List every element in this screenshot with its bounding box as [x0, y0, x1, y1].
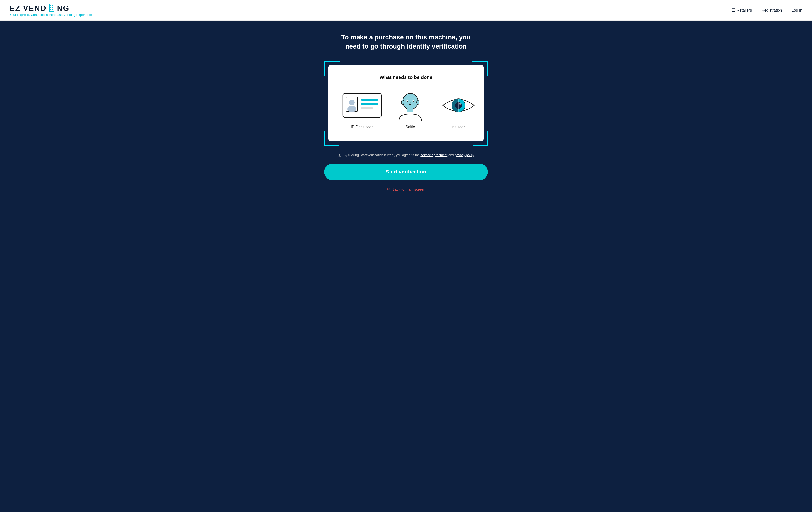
- svg-rect-11: [361, 99, 378, 100]
- logo-building-icon: [47, 4, 57, 12]
- nav: ☰ Retailers Registration Log In: [731, 8, 802, 13]
- step-id-label: ID Docs scan: [351, 125, 374, 129]
- page-title: To make a purchase on this machine, you …: [334, 33, 478, 51]
- verification-card: What needs to be done: [328, 65, 484, 141]
- step-iris: Iris scan: [437, 90, 480, 129]
- main-content: To make a purchase on this machine, you …: [0, 21, 812, 512]
- svg-point-20: [401, 100, 404, 105]
- agreement-text: By clicking Start verification button , …: [343, 153, 474, 157]
- step-iris-label: Iris scan: [451, 125, 466, 129]
- back-label: Back to main screen: [392, 187, 426, 191]
- corner-bl: [324, 131, 339, 146]
- svg-rect-0: [50, 4, 54, 11]
- nav-retailers[interactable]: ☰ Retailers: [731, 8, 752, 13]
- service-agreement-link[interactable]: service agreement: [420, 153, 447, 157]
- start-verification-button[interactable]: Start verification: [324, 164, 488, 180]
- step-id-docs: ID Docs scan: [341, 90, 384, 129]
- header: EZ VEND NG Your Express, Contactless Pur…: [0, 0, 812, 21]
- svg-point-10: [347, 105, 356, 112]
- svg-rect-6: [52, 9, 53, 10]
- svg-rect-12: [361, 103, 378, 105]
- svg-rect-13: [361, 107, 373, 109]
- steps-container: ID Docs scan: [341, 90, 471, 129]
- agreement-notice: ⚠ By clicking Start verification button …: [338, 153, 474, 158]
- svg-rect-15: [407, 108, 413, 112]
- svg-point-18: [407, 101, 408, 102]
- privacy-policy-link[interactable]: privacy policy: [455, 153, 474, 157]
- logo-text: EZ VEND NG: [10, 4, 93, 12]
- svg-rect-1: [50, 5, 51, 6]
- hamburger-icon: ☰: [731, 8, 735, 13]
- svg-rect-4: [52, 7, 53, 8]
- step-selfie: Selfie: [389, 90, 432, 129]
- nav-login[interactable]: Log In: [792, 8, 802, 12]
- iris-icon: [437, 90, 480, 121]
- tagline: Your Express, Contactless Purchase Vendi…: [10, 13, 93, 17]
- svg-rect-5: [50, 9, 51, 10]
- svg-point-9: [349, 100, 355, 105]
- back-to-main-link[interactable]: ↩ Back to main screen: [387, 187, 426, 192]
- step-selfie-label: Selfie: [406, 125, 415, 129]
- frame-wrapper: What needs to be done: [324, 61, 488, 146]
- svg-rect-3: [50, 7, 51, 8]
- warning-icon: ⚠: [338, 153, 341, 158]
- corner-br: [473, 131, 488, 146]
- id-docs-icon: [341, 90, 384, 121]
- svg-rect-2: [52, 5, 53, 6]
- svg-point-14: [403, 93, 418, 110]
- svg-point-24: [459, 103, 461, 105]
- nav-registration[interactable]: Registration: [761, 8, 782, 12]
- svg-point-19: [413, 101, 414, 102]
- selfie-icon: [389, 90, 432, 121]
- card-subtitle: What needs to be done: [341, 74, 471, 80]
- retailers-label: Retailers: [736, 8, 752, 12]
- svg-point-21: [416, 100, 419, 105]
- back-icon: ↩: [387, 187, 390, 192]
- logo-area: EZ VEND NG Your Express, Contactless Pur…: [10, 4, 93, 17]
